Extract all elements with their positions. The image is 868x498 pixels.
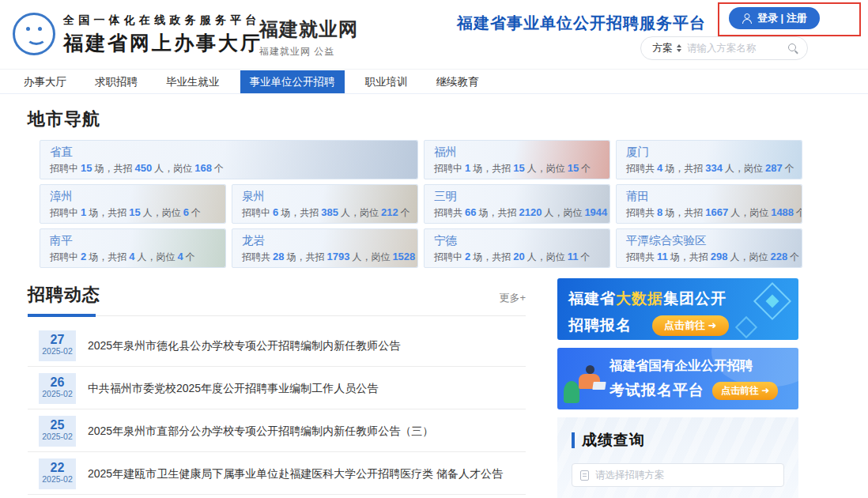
- news-item-title[interactable]: 中共福州市委党校2025年度公开招聘事业编制工作人员公告: [88, 382, 523, 396]
- score-plan-input[interactable]: [595, 470, 776, 481]
- news-date-badge: 22 2025-02: [39, 458, 76, 489]
- news-item[interactable]: 26 2025-02 中共福州市委党校2025年度公开招聘事业编制工作人员公告: [28, 367, 526, 409]
- city-card-zhangzhou[interactable]: 漳州 招聘中1场，共招15人，岗位6个: [40, 184, 226, 224]
- city-card-name[interactable]: 福州: [434, 145, 600, 160]
- stat-text: 个: [796, 207, 802, 218]
- stat-text: 招聘共: [626, 251, 655, 262]
- city-card-stats: 招聘共8场，共招1667人，岗位1488个: [626, 205, 792, 221]
- stat-text: 个: [609, 207, 610, 218]
- stat-text: 招聘共: [626, 163, 655, 174]
- header: 全国一体化在线政务服务平台 福建省网上办事大厅 福建就业网 福建就业网 公益 福…: [0, 0, 868, 70]
- login-register-button[interactable]: 登录 | 注册: [729, 7, 820, 29]
- city-card-name[interactable]: 三明: [434, 189, 600, 204]
- city-card-nanping[interactable]: 南平 招聘中2场，共招4人，岗位4个: [40, 228, 226, 268]
- stat-number: 1528: [392, 251, 415, 262]
- city-card-name[interactable]: 省直: [50, 145, 408, 160]
- news-item-title[interactable]: 2025年泉州市德化县公办学校专项公开招聘编制内新任教师公告: [88, 339, 523, 353]
- city-card-fuzhou[interactable]: 福州 招聘中1场，共招15人，岗位15个: [424, 140, 610, 179]
- news-item-title[interactable]: 2025年泉州市直部分公办学校专项公开招聘编制内新任教师公告（三）: [88, 424, 523, 439]
- city-card-xiamen[interactable]: 厦门 招聘共4场，共招334人，岗位287个: [616, 140, 802, 179]
- banner1-go-button[interactable]: 点击前往 ➜: [652, 315, 729, 336]
- stat-text: 个: [581, 163, 591, 174]
- stat-text: 招聘中: [50, 207, 78, 218]
- sort-arrows-icon[interactable]: [677, 44, 681, 52]
- stat-text: 人，岗位: [352, 251, 390, 262]
- stat-text: 人，岗位: [154, 163, 192, 174]
- city-card-putian[interactable]: 莆田 招聘共8场，共招1667人，岗位1488个: [616, 184, 802, 224]
- score-query-panel: 成绩查询: [557, 417, 798, 498]
- stat-number: 15: [81, 162, 92, 174]
- city-card-name[interactable]: 宁德: [434, 233, 600, 248]
- news-item[interactable]: 25 2025-02 2025年泉州市直部分公办学校专项公开招聘编制内新任教师公…: [28, 409, 526, 452]
- city-card-stats: 招聘中15场，共招450人，岗位168个: [50, 160, 408, 176]
- city-card-name[interactable]: 泉州: [242, 189, 408, 204]
- city-card-name[interactable]: 平潭综合实验区: [626, 233, 792, 248]
- stat-number: 28: [273, 251, 284, 262]
- search-category-select[interactable]: 方案: [652, 41, 673, 55]
- city-card-pingtan[interactable]: 平潭综合实验区 招聘共11场，共招298人，岗位228个: [616, 228, 802, 268]
- stat-number: 1: [81, 206, 86, 218]
- search-input[interactable]: [687, 43, 787, 54]
- stat-text: 个: [580, 251, 590, 262]
- stat-text: 人，岗位: [725, 163, 763, 174]
- nav-tab-hall[interactable]: 办事大厅: [16, 70, 74, 93]
- city-card-quanzhou[interactable]: 泉州 招聘中6场，共招385人，岗位212个: [232, 184, 418, 224]
- nav-tab-education[interactable]: 继续教育: [428, 70, 487, 93]
- stat-text: 人，岗位: [730, 251, 768, 262]
- stat-text: 人，岗位: [341, 207, 379, 218]
- site-brand-subtitle: 福建就业网 公益: [259, 45, 358, 58]
- city-card-sanming[interactable]: 三明 招聘共66场，共招2120人，岗位1944个: [424, 184, 610, 224]
- city-card-name[interactable]: 南平: [50, 233, 216, 248]
- gov-portal-line1: 全国一体化在线政务服务平台: [63, 13, 262, 28]
- banner2-line2: 考试报名平台: [609, 380, 704, 401]
- news-date-badge: 25 2025-02: [39, 416, 76, 447]
- city-card-stats: 招聘中1场，共招15人，岗位15个: [434, 160, 600, 176]
- stat-number: 8: [657, 206, 662, 218]
- news-section-header: 招聘动态 更多+: [28, 281, 526, 316]
- nav-tab-jobs[interactable]: 求职招聘: [87, 70, 145, 93]
- banner-bigdata-recruitment[interactable]: 福建省大数据集团公开 招聘报名 点击前往 ➜: [557, 278, 798, 340]
- stat-number: 2: [465, 251, 470, 262]
- stat-number: 1: [465, 162, 470, 174]
- city-card-stats: 招聘中2场，共招4人，岗位4个: [50, 249, 216, 265]
- news-item[interactable]: 27 2025-02 2025年泉州市德化县公办学校专项公开招聘编制内新任教师公…: [28, 324, 526, 367]
- banner2-go-button[interactable]: 点击前往 ➜: [712, 382, 778, 400]
- nav-tab-training[interactable]: 职业培训: [357, 70, 416, 93]
- city-card-stats: 招聘中6场，共招385人，岗位212个: [242, 205, 408, 221]
- stat-text: 场，共招: [670, 251, 708, 262]
- stat-number: 385: [321, 206, 338, 218]
- search-bar[interactable]: 方案: [640, 36, 808, 60]
- stat-text: 招聘共: [626, 207, 655, 218]
- stat-text: 个: [401, 207, 410, 218]
- city-card-longyan[interactable]: 龙岩 招聘共28场，共招1793人，岗位1528个: [232, 228, 418, 268]
- score-plan-select[interactable]: [572, 463, 784, 487]
- stat-text: 场，共招: [89, 207, 126, 218]
- stat-text: 人，岗位: [527, 251, 565, 262]
- stat-number: 334: [705, 162, 723, 174]
- news-item[interactable]: 22 2025-02 2025年建瓯市卫生健康局下属事业单位赴福建医科大学公开招…: [28, 452, 526, 495]
- stat-text: 场，共招: [473, 251, 511, 262]
- stat-text: 招聘共: [242, 251, 270, 262]
- stat-number: 6: [183, 206, 189, 218]
- news-item-title[interactable]: 2025年建瓯市卫生健康局下属事业单位赴福建医科大学公开招聘医疗类 储备人才公告: [88, 467, 523, 481]
- stat-number: 15: [568, 162, 579, 174]
- site-brand: 福建就业网 福建就业网 公益: [259, 17, 358, 58]
- nav-tab-public-recruitment[interactable]: 事业单位公开招聘: [240, 70, 345, 93]
- city-card-name[interactable]: 莆田: [626, 189, 792, 204]
- stat-number: 212: [381, 206, 398, 218]
- news-more-link[interactable]: 更多+: [499, 291, 526, 305]
- person-illustration: [586, 365, 594, 374]
- stat-text: 招聘中: [50, 163, 78, 174]
- city-card-name[interactable]: 龙岩: [242, 233, 408, 248]
- city-card-name[interactable]: 厦门: [626, 145, 792, 160]
- nav-tab-graduates[interactable]: 毕业生就业: [158, 70, 228, 93]
- stat-text: 招聘中: [50, 251, 78, 262]
- news-month: 2025-02: [39, 474, 76, 485]
- search-icon[interactable]: [787, 43, 799, 55]
- banner-soe-exam-platform[interactable]: 福建省国有企业公开招聘 考试报名平台 点击前往 ➜: [557, 348, 798, 409]
- city-card-ningde[interactable]: 宁德 招聘中2场，共招20人，岗位11个: [424, 228, 610, 268]
- city-card-shengzhi[interactable]: 省直 招聘中15场，共招450人，岗位168个: [40, 140, 418, 179]
- city-card-stats: 招聘共11场，共招298人，岗位228个: [626, 249, 792, 265]
- stat-text: 招聘中: [434, 251, 462, 262]
- city-card-name[interactable]: 漳州: [50, 189, 216, 204]
